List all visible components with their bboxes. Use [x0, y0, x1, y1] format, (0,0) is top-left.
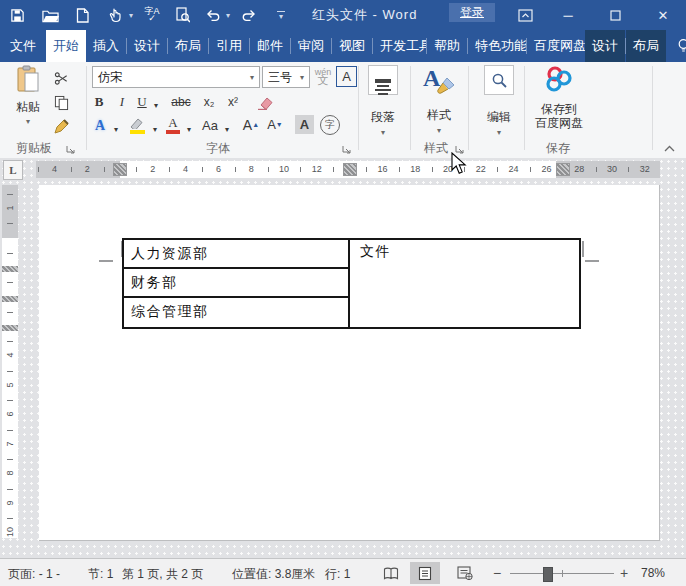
change-case-caret-icon[interactable]: ▾	[222, 119, 232, 140]
vertical-ruler[interactable]: 145678910	[2, 185, 18, 538]
format-painter-icon[interactable]	[50, 116, 72, 137]
tab-help[interactable]: 帮助	[427, 30, 467, 62]
minimize-icon[interactable]: ─	[553, 0, 583, 30]
highlight-caret-icon[interactable]: ▾	[150, 119, 160, 140]
zoom-slider-handle[interactable]	[543, 567, 553, 582]
tab-file[interactable]: 文件	[0, 30, 46, 62]
table-merged-cell[interactable]: 文件	[352, 240, 579, 327]
print-layout-icon[interactable]	[410, 562, 440, 584]
save-icon[interactable]	[4, 3, 30, 27]
ribbon-display-options-icon[interactable]	[510, 0, 540, 30]
text-effects-icon[interactable]: A	[90, 115, 110, 136]
tab-table-layout[interactable]: 布局	[626, 30, 666, 62]
tab-home[interactable]: 开始	[46, 30, 86, 62]
font-size-caret-icon[interactable]: ▾	[295, 73, 309, 82]
font-size-combobox[interactable]: 三号 ▾	[262, 66, 310, 88]
print-preview-icon[interactable]	[169, 3, 195, 27]
proofing-icon[interactable]: 字A✓	[139, 3, 165, 27]
tell-me-control[interactable]: 告诉我	[676, 30, 686, 62]
underline-button[interactable]: U	[134, 91, 150, 112]
clipboard-dialog-launcher-icon[interactable]	[66, 143, 75, 152]
customize-quick-access-icon[interactable]: ▾	[268, 3, 294, 27]
close-icon[interactable]: ✕	[648, 0, 678, 30]
copy-icon[interactable]	[50, 92, 72, 113]
undo-icon[interactable]	[200, 3, 226, 27]
phonetic-guide-icon[interactable]: wén 文	[312, 65, 334, 86]
strikethrough-button[interactable]: abc	[168, 91, 194, 112]
new-document-icon[interactable]	[69, 3, 95, 27]
font-name-caret-icon[interactable]: ▾	[245, 73, 259, 82]
table-cell[interactable]: 财务部	[131, 275, 178, 290]
collapse-ribbon-icon[interactable]	[660, 138, 678, 159]
font-color-icon[interactable]: A	[163, 114, 183, 135]
redo-icon[interactable]	[236, 3, 262, 27]
tab-insert[interactable]: 插入	[86, 30, 126, 62]
character-shading-icon[interactable]: A	[295, 115, 314, 134]
table-row-marker[interactable]	[2, 296, 18, 302]
font-color-caret-icon[interactable]: ▾	[184, 119, 194, 140]
styles-button[interactable]: A 样式 ▾	[416, 65, 462, 134]
tab-view[interactable]: 视图	[332, 30, 372, 62]
character-border-icon[interactable]: A	[336, 66, 357, 87]
underline-caret-icon[interactable]: ▾	[151, 95, 161, 116]
open-icon[interactable]	[37, 3, 63, 27]
table-row[interactable]: 财务部	[124, 269, 348, 298]
styles-dialog-launcher-icon[interactable]	[455, 143, 464, 152]
zoom-in-icon[interactable]: +	[620, 565, 628, 581]
paste-button[interactable]: 粘贴 ▾	[10, 65, 46, 125]
document-table[interactable]: 人力资源部 财务部 综合管理部 文件	[122, 238, 581, 329]
editing-button[interactable]: 编辑 ▾	[478, 65, 520, 136]
status-section[interactable]: 节: 1	[88, 566, 113, 583]
status-line-number[interactable]: 行: 1	[325, 566, 350, 583]
read-mode-icon[interactable]	[376, 562, 406, 584]
horizontal-ruler[interactable]: 422468101214161820222426283032	[36, 161, 660, 178]
table-cell[interactable]: 人力资源部	[131, 246, 209, 261]
clear-formatting-icon[interactable]	[254, 91, 278, 112]
tab-review[interactable]: 审阅	[291, 30, 331, 62]
italic-button[interactable]: I	[113, 91, 131, 112]
table-column-marker[interactable]	[113, 163, 127, 176]
tab-special-features[interactable]: 特色功能	[468, 30, 526, 62]
change-case-button[interactable]: Aa	[198, 115, 222, 136]
table-row-marker[interactable]	[2, 325, 18, 331]
tab-developer[interactable]: 开发工具	[373, 30, 426, 62]
grow-font-button[interactable]: A▲	[240, 114, 262, 135]
zoom-out-icon[interactable]: −	[493, 565, 501, 581]
web-layout-icon[interactable]	[450, 562, 480, 584]
tab-stop-selector[interactable]: L	[3, 160, 23, 180]
tab-baidu-netdisk[interactable]: 百度网盘	[527, 30, 585, 62]
bold-button[interactable]: B	[90, 91, 108, 112]
superscript-button[interactable]: x²	[222, 91, 244, 112]
tab-mailings[interactable]: 邮件	[250, 30, 290, 62]
touch-mouse-mode-icon[interactable]	[103, 3, 129, 27]
font-dialog-launcher-icon[interactable]	[342, 143, 351, 152]
tab-references[interactable]: 引用	[209, 30, 249, 62]
undo-caret-icon[interactable]: ▾	[226, 11, 236, 20]
text-highlight-icon[interactable]	[126, 115, 148, 136]
table-column-marker[interactable]	[556, 163, 570, 176]
maximize-icon[interactable]	[600, 0, 630, 30]
font-name-combobox[interactable]: 仿宋 ▾	[92, 66, 260, 88]
text-effects-caret-icon[interactable]: ▾	[111, 119, 121, 140]
status-position[interactable]: 位置值: 3.8厘米	[232, 566, 315, 583]
table-row-marker[interactable]	[2, 266, 18, 272]
paragraph-button[interactable]: 段落 ▾	[362, 65, 404, 136]
tab-design[interactable]: 设计	[127, 30, 167, 62]
status-page-number[interactable]: 页面: - 1 -	[8, 566, 60, 583]
cut-icon[interactable]	[50, 68, 72, 89]
table-cell[interactable]: 文件	[360, 244, 391, 259]
save-to-baidu-netdisk-button[interactable]: 保存到 百度网盘	[528, 65, 590, 130]
tab-layout[interactable]: 布局	[168, 30, 208, 62]
table-row[interactable]: 综合管理部	[124, 298, 348, 325]
touch-mode-caret-icon[interactable]: ▾	[129, 11, 139, 20]
table-row[interactable]: 人力资源部	[124, 240, 348, 269]
table-cell[interactable]: 综合管理部	[131, 304, 209, 319]
zoom-percentage[interactable]: 78%	[641, 566, 665, 580]
table-column-marker[interactable]	[343, 163, 357, 176]
login-button[interactable]: 登录	[449, 3, 495, 22]
subscript-button[interactable]: x₂	[198, 91, 220, 112]
tab-table-design[interactable]: 设计	[585, 30, 625, 62]
status-page-count[interactable]: 第 1 页, 共 2 页	[122, 566, 203, 583]
enclose-characters-icon[interactable]: 字	[320, 115, 340, 135]
shrink-font-button[interactable]: A▼	[264, 114, 286, 135]
